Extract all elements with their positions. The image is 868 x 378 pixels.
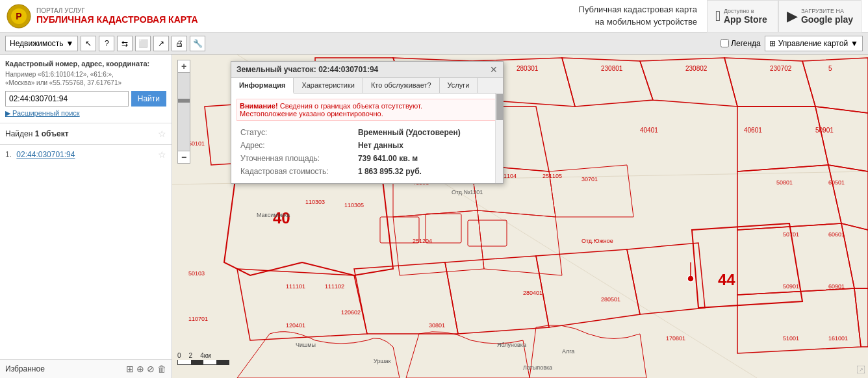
- svg-text:280401: 280401: [523, 290, 542, 296]
- result-number: 1.: [5, 150, 12, 159]
- field-label-value: Кадастровая стоимость:: [236, 165, 354, 178]
- table-row: Кадастровая стоимость: 1 863 895.32 руб.: [236, 165, 498, 178]
- svg-text:170801: 170801: [666, 335, 685, 342]
- popup-title: Земельный участок: 02:44:030701:94: [236, 65, 378, 74]
- svg-text:60901: 60901: [828, 283, 845, 290]
- advanced-search-link[interactable]: ▶ Расширенный поиск: [5, 109, 166, 118]
- map-attribution: ↗: [857, 366, 865, 375]
- svg-text:280301: 280301: [517, 65, 539, 72]
- search-row: Найти: [5, 91, 166, 107]
- favorites-delete-icon[interactable]: 🗑: [157, 364, 166, 374]
- appstore-text: Доступно в App Store: [724, 8, 767, 25]
- search-button[interactable]: Найти: [131, 91, 166, 107]
- search-hint: Например «61:6:10104:12», «61:6:»,«Москв…: [5, 70, 166, 87]
- svg-text:Р: Р: [16, 11, 21, 21]
- zoom-out-button[interactable]: −: [177, 151, 190, 164]
- popup-scrollbar[interactable]: [495, 94, 503, 183]
- popup-tabs: Информация Характеристики Кто обслуживае…: [231, 78, 503, 94]
- tab-information[interactable]: Информация: [231, 78, 294, 94]
- left-panel: Кадастровый номер, адрес, координата: На…: [0, 55, 172, 378]
- apple-icon: : [715, 8, 721, 25]
- portal-label: ПОРТАЛ УСЛУГ: [36, 7, 198, 14]
- bookmark-icon[interactable]: ☆: [158, 129, 166, 139]
- legend-checkbox-input[interactable]: [721, 39, 729, 47]
- line-tool-btn[interactable]: ↗: [153, 36, 169, 51]
- svg-text:120602: 120602: [341, 309, 361, 316]
- svg-text:111102: 111102: [325, 283, 344, 290]
- map-area[interactable]: 20701 280301 230801 230802 230702 5 3050…: [172, 55, 868, 378]
- svg-text:Отд.Южное: Отд.Южное: [581, 238, 613, 244]
- googleplay-text: ЗАГРУЗИТЕ НА Google play: [801, 8, 853, 25]
- favorites-export-icon[interactable]: ⊞: [126, 364, 134, 374]
- popup-data-table: Статус: Временный (Удостоверен) Адрес: Н…: [236, 126, 498, 178]
- map-control-btn[interactable]: ⊞ Управление картой ▼: [765, 36, 863, 51]
- scale-bar: 0 2 4км: [177, 352, 229, 365]
- tab-service-provider[interactable]: Кто обслуживает?: [363, 78, 440, 93]
- header-right: Публичная кадастровая картана мобильном …: [579, 0, 862, 32]
- legend-toggle[interactable]: Легенда: [721, 39, 761, 48]
- svg-text:30701: 30701: [581, 176, 598, 183]
- favorites-add-icon[interactable]: ⊕: [136, 364, 144, 374]
- svg-text:50103: 50103: [188, 270, 205, 277]
- tab-services[interactable]: Услуги: [440, 78, 478, 93]
- zoom-controls: + −: [177, 60, 190, 164]
- field-label-status: Статус:: [236, 126, 354, 139]
- search-section: Кадастровый номер, адрес, координата: На…: [0, 55, 172, 123]
- favorites-download-icon[interactable]: ⊘: [147, 364, 155, 374]
- appstore-button[interactable]:  Доступно в App Store: [707, 0, 778, 32]
- tab-characteristics[interactable]: Характеристики: [294, 78, 363, 93]
- svg-text:60501: 60501: [828, 179, 845, 186]
- measure-tool-btn[interactable]: ⇆: [117, 36, 133, 51]
- layers-icon: ⊞: [769, 39, 776, 48]
- result-star-icon[interactable]: ☆: [158, 149, 166, 160]
- line-icon: ↗: [158, 39, 164, 48]
- zoom-thumb: [178, 99, 190, 103]
- property-type-dropdown[interactable]: Недвижимость ▼: [5, 36, 78, 51]
- results-label: Найден 1 объект: [5, 129, 69, 138]
- info-popup: Земельный участок: 02:44:030701:94 ✕ Инф…: [231, 61, 504, 184]
- field-value-status: Временный (Удостоверен): [354, 126, 498, 139]
- svg-text:5: 5: [828, 65, 832, 72]
- field-label-area: Уточненная площадь:: [236, 152, 354, 165]
- svg-text:230802: 230802: [685, 65, 708, 72]
- popup-close-button[interactable]: ✕: [490, 65, 498, 74]
- map-control-arrow: ▼: [850, 39, 858, 48]
- svg-text:251204: 251204: [413, 238, 432, 244]
- table-row: Адрес: Нет данных: [236, 139, 498, 152]
- svg-text:110701: 110701: [188, 316, 208, 322]
- result-row: 1. 02:44:030701:94: [5, 150, 75, 159]
- print-btn[interactable]: 🖨: [172, 36, 187, 51]
- popup-content: Внимание! Сведения о границах объекта от…: [231, 94, 503, 183]
- scale-2: 2: [189, 352, 193, 359]
- legend-label: Легенда: [731, 39, 761, 48]
- favorites-section: Избранное ⊞ ⊕ ⊘ 🗑: [0, 359, 172, 378]
- info-icon: ?: [105, 39, 109, 48]
- svg-text:60601: 60601: [828, 231, 845, 238]
- info-tool-btn[interactable]: ?: [99, 36, 114, 51]
- property-type-label: Недвижимость: [10, 39, 64, 48]
- attribution-icon: ↗: [857, 366, 865, 373]
- field-value-value: 1 863 895.32 руб.: [354, 165, 498, 178]
- zoom-in-button[interactable]: +: [177, 60, 190, 73]
- cursor-tool-btn[interactable]: ↖: [81, 36, 96, 51]
- googleplay-icon: ▶: [787, 8, 798, 25]
- result-link[interactable]: 02:44:030701:94: [16, 150, 75, 159]
- popup-header: Земельный участок: 02:44:030701:94 ✕: [231, 62, 503, 78]
- svg-text:251105: 251105: [542, 173, 562, 179]
- popup-scrollbar-thumb: [496, 94, 503, 120]
- svg-text:50801: 50801: [776, 179, 793, 186]
- polygon-tool-btn[interactable]: ⬜: [135, 36, 151, 51]
- polygon-icon: ⬜: [138, 39, 148, 48]
- scale-seg-1: [178, 360, 191, 364]
- logo-emblem: Р: [6, 4, 31, 29]
- svg-text:40601: 40601: [744, 127, 762, 134]
- header: Р ПОРТАЛ УСЛУГ ПУБЛИЧНАЯ КАДАСТРОВАЯ КАР…: [0, 0, 868, 32]
- scale-4km: 4км: [200, 352, 211, 359]
- svg-text:51001: 51001: [783, 335, 799, 342]
- scale-indicator: 0 2 4км: [177, 352, 229, 365]
- search-input[interactable]: [5, 91, 129, 107]
- googleplay-button[interactable]: ▶ ЗАГРУЗИТЕ НА Google play: [778, 0, 862, 32]
- results-section: Найден 1 объект ☆: [0, 123, 172, 145]
- settings-btn[interactable]: 🔧: [190, 36, 205, 51]
- zoom-slider[interactable]: [177, 73, 190, 151]
